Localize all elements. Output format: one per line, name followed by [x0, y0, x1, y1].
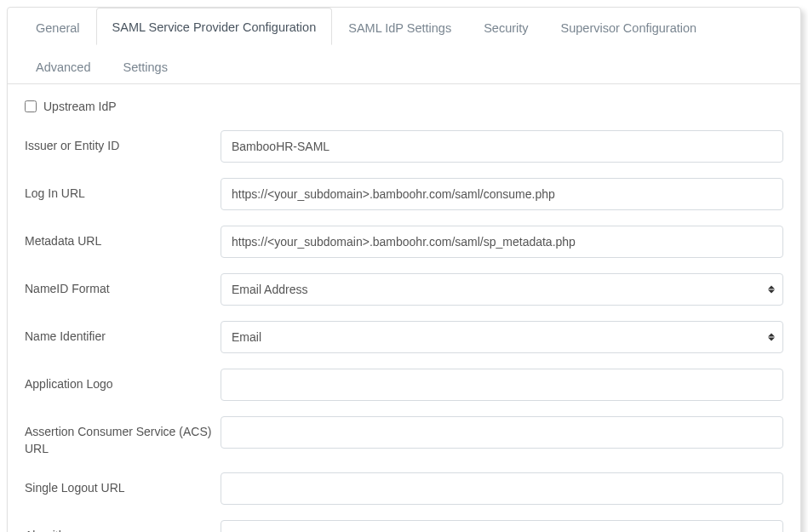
issuer-label: Issuer or Entity ID [25, 130, 221, 155]
algorithm-select[interactable]: RSA-SHA256 [221, 520, 783, 532]
upstream-idp-row: Upstream IdP [25, 100, 783, 113]
name-identifier-row: Name Identifier Email [25, 321, 783, 353]
slo-url-row: Single Logout URL [25, 472, 783, 505]
acs-url-input[interactable] [221, 416, 783, 449]
nameid-format-label: NameID Format [25, 273, 221, 298]
app-logo-label: Application Logo [25, 369, 221, 393]
app-logo-input[interactable] [221, 369, 783, 401]
slo-url-input[interactable] [221, 472, 783, 505]
login-url-label: Log In URL [25, 178, 221, 203]
login-url-input[interactable] [221, 178, 783, 210]
name-identifier-label: Name Identifier [25, 321, 221, 346]
tab-bar: General SAML Service Provider Configurat… [8, 8, 800, 84]
nameid-format-row: NameID Format Email Address [25, 273, 783, 306]
metadata-url-label: Metadata URL [25, 226, 221, 250]
tab-saml-sp[interactable]: SAML Service Provider Configuration [96, 8, 333, 45]
algorithm-row: Algorithm RSA-SHA256 [25, 520, 783, 532]
tab-saml-idp[interactable]: SAML IdP Settings [332, 9, 467, 45]
algorithm-label: Algorithm [25, 520, 221, 532]
form-body: Upstream IdP Issuer or Entity ID Log In … [8, 84, 800, 532]
name-identifier-select[interactable]: Email [221, 321, 783, 353]
upstream-idp-label: Upstream IdP [43, 100, 117, 113]
tab-settings[interactable]: Settings [107, 48, 184, 84]
tab-supervisor[interactable]: Supervisor Configuration [545, 9, 713, 45]
tab-security[interactable]: Security [467, 9, 544, 45]
metadata-url-row: Metadata URL [25, 226, 783, 258]
tab-general[interactable]: General [20, 9, 96, 45]
app-logo-row: Application Logo [25, 369, 783, 401]
slo-url-label: Single Logout URL [25, 472, 221, 497]
issuer-input[interactable] [221, 130, 783, 163]
acs-url-label: Assertion Consumer Service (ACS) URL [25, 416, 221, 457]
issuer-row: Issuer or Entity ID [25, 130, 783, 163]
nameid-format-select[interactable]: Email Address [221, 273, 783, 306]
acs-url-row: Assertion Consumer Service (ACS) URL [25, 416, 783, 457]
tab-advanced[interactable]: Advanced [20, 48, 107, 84]
metadata-url-input[interactable] [221, 226, 783, 258]
upstream-idp-checkbox[interactable] [25, 100, 37, 112]
login-url-row: Log In URL [25, 178, 783, 210]
config-panel: General SAML Service Provider Configurat… [7, 7, 801, 532]
